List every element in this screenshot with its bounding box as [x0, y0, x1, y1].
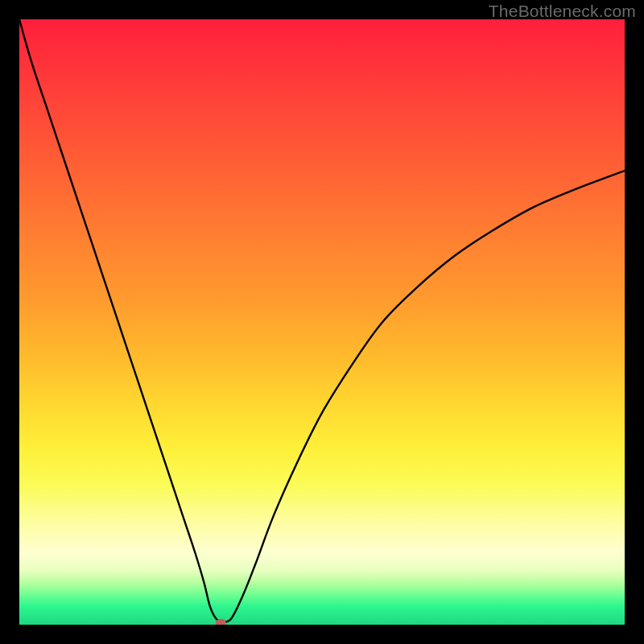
watermark-label: TheBottleneck.com: [489, 2, 636, 21]
chart-frame: TheBottleneck.com: [0, 0, 644, 644]
bottleneck-curve: [19, 19, 625, 622]
plot-area: [19, 19, 625, 625]
curve-svg: [19, 19, 625, 625]
